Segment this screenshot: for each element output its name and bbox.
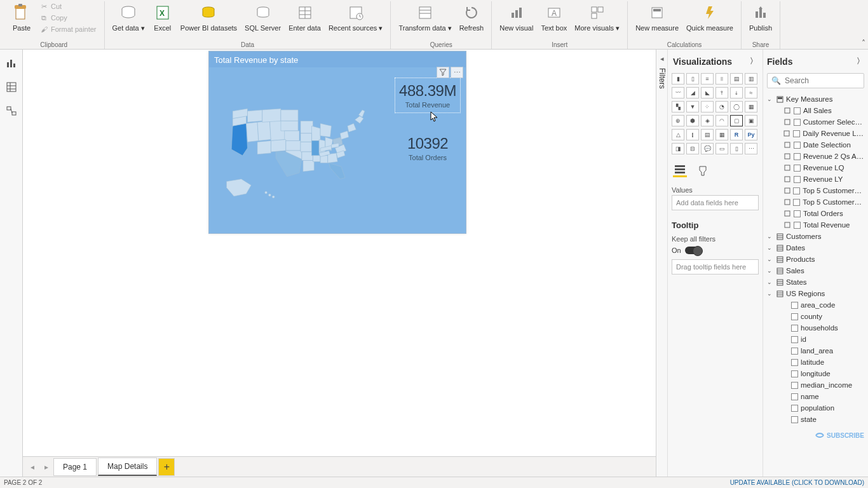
viz-100-bar-icon[interactable]: ▤ — [730, 73, 743, 85]
map-visual-container[interactable]: Total Revenue by state ⋯ — [208, 51, 466, 234]
viz-treemap-icon[interactable]: ▦ — [745, 101, 757, 112]
viz-narrative-icon[interactable]: ▭ — [715, 143, 728, 154]
report-view-button[interactable] — [3, 55, 20, 71]
ribbon-collapse-button[interactable]: ˄ — [862, 39, 865, 48]
viz-map-icon[interactable]: ⊕ — [672, 115, 684, 126]
update-available-link[interactable]: UPDATE AVAILABLE (CLICK TO DOWNLOAD) — [730, 479, 864, 486]
excel-button[interactable]: XExcel — [150, 1, 175, 33]
viz-paginated-icon[interactable]: ▯ — [730, 143, 743, 154]
viz-stacked-area-icon[interactable]: ◣ — [701, 87, 714, 98]
viz-key-influencers-icon[interactable]: ◨ — [672, 143, 684, 154]
table-customers[interactable]: ⌄Customers — [766, 231, 865, 242]
publish-button[interactable]: Publish — [747, 1, 775, 33]
viz-slicer-icon[interactable]: ⫿ — [686, 129, 699, 140]
col-latitude[interactable]: latitude — [766, 356, 865, 368]
enter-data-button[interactable]: Enter data — [286, 1, 323, 33]
viz-more-icon[interactable]: ⋯ — [745, 143, 757, 154]
viz-pie-icon[interactable]: ◔ — [715, 101, 728, 112]
data-view-button[interactable] — [3, 79, 20, 95]
new-visual-button[interactable]: New visual — [497, 1, 536, 33]
measure-8[interactable]: Top 5 Customers ... — [766, 196, 865, 208]
viz-python-icon[interactable]: Py — [745, 129, 757, 140]
viz-matrix-icon[interactable]: ▦ — [715, 129, 728, 140]
col-households[interactable]: households — [766, 322, 865, 334]
measure-9[interactable]: Total Orders — [766, 208, 865, 219]
viz-r-icon[interactable]: R — [730, 129, 743, 140]
text-box-button[interactable]: AText box — [538, 1, 569, 33]
table-us-regions[interactable]: ⌄US Regions — [766, 288, 865, 299]
recent-sources-button[interactable]: Recent sources ▾ — [326, 1, 386, 33]
get-data-button[interactable]: Get data ▾ — [110, 1, 147, 33]
keep-filters-toggle[interactable] — [685, 247, 702, 254]
viz-clustered-column-icon[interactable]: ⫴ — [715, 73, 728, 85]
viz-clustered-bar-icon[interactable]: ≡ — [701, 73, 714, 85]
col-id[interactable]: id — [766, 334, 865, 345]
col-area_code[interactable]: area_code — [766, 299, 865, 311]
viz-shape-map-icon[interactable]: ◈ — [701, 115, 714, 126]
more-visuals-button[interactable]: More visuals ▾ — [572, 1, 622, 33]
filters-panel-collapsed[interactable]: ◂ Filters — [656, 50, 667, 477]
transform-data-button[interactable]: Transform data ▾ — [396, 1, 454, 33]
orders-card[interactable]: 10392 Total Orders — [395, 131, 461, 165]
measure-10[interactable]: Total Revenue — [766, 219, 865, 231]
measure-2[interactable]: Daily Revenue Lo... — [766, 128, 865, 139]
report-canvas[interactable]: Total Revenue by state ⋯ — [23, 50, 656, 456]
viz-collapse-button[interactable]: 〉 — [750, 56, 757, 67]
col-longitude[interactable]: longitude — [766, 368, 865, 379]
table-products[interactable]: ⌄Products — [766, 254, 865, 265]
measure-5[interactable]: Revenue LQ — [766, 162, 865, 173]
viz-funnel-icon[interactable]: ▼ — [686, 101, 699, 112]
viz-stacked-bar-icon[interactable]: ▮ — [672, 73, 684, 85]
tab-map-details[interactable]: Map Details — [98, 458, 157, 476]
refresh-button[interactable]: Refresh — [457, 1, 487, 33]
fields-search[interactable]: 🔍 — [767, 73, 864, 88]
col-population[interactable]: population — [766, 402, 865, 414]
viz-stacked-column-icon[interactable]: ▯ — [686, 73, 699, 85]
format-painter-button[interactable]: 🖌Format painter — [37, 24, 99, 34]
viz-table-icon[interactable]: ▤ — [701, 129, 714, 140]
col-median_income[interactable]: median_income — [766, 379, 865, 391]
quick-measure-button[interactable]: Quick measure — [684, 1, 736, 33]
viz-ribbon-icon[interactable]: ≈ — [745, 87, 757, 98]
measure-3[interactable]: Date Selection — [766, 139, 865, 151]
tab-page-1[interactable]: Page 1 — [53, 458, 97, 476]
measure-4[interactable]: Revenue 2 Qs Ago — [766, 151, 865, 162]
measure-0[interactable]: All Sales — [766, 105, 865, 116]
viz-waterfall-icon[interactable]: ▚ — [672, 101, 684, 112]
viz-area-icon[interactable]: ◢ — [686, 87, 699, 98]
visual-filter-icon[interactable] — [437, 67, 449, 78]
paste-button[interactable]: Paste — [9, 1, 34, 33]
revenue-card[interactable]: 488.39M Total Revenue — [395, 78, 461, 113]
viz-line-column-icon[interactable]: ⫯ — [715, 87, 728, 98]
viz-kpi-icon[interactable]: △ — [672, 129, 684, 140]
col-county[interactable]: county — [766, 311, 865, 322]
fields-search-input[interactable] — [785, 76, 860, 85]
table-sales[interactable]: ⌄Sales — [766, 265, 865, 276]
viz-multi-card-icon[interactable]: ▣ — [745, 115, 757, 126]
viz-scatter-icon[interactable]: ⁘ — [701, 101, 714, 112]
model-view-button[interactable] — [3, 103, 20, 119]
tab-prev-button[interactable]: ◂ — [25, 460, 39, 474]
paint-format-button[interactable] — [696, 165, 710, 177]
fields-format-button[interactable] — [673, 165, 687, 177]
col-state[interactable]: state — [766, 414, 865, 425]
viz-100-column-icon[interactable]: ▥ — [745, 73, 757, 85]
cut-button[interactable]: ✂Cut — [37, 1, 99, 11]
visual-options-icon[interactable]: ⋯ — [451, 67, 463, 78]
viz-card-icon[interactable]: ▢ — [730, 115, 743, 126]
pbi-datasets-button[interactable]: Power BI datasets — [178, 1, 240, 33]
tab-next-button[interactable]: ▸ — [39, 460, 53, 474]
tooltip-well[interactable]: Drag tooltip fields here — [672, 259, 759, 274]
viz-decomp-tree-icon[interactable]: ⊟ — [686, 143, 699, 154]
fields-collapse-button[interactable]: 〉 — [857, 56, 864, 67]
viz-donut-icon[interactable]: ◯ — [730, 101, 743, 112]
table-dates[interactable]: ⌄Dates — [766, 242, 865, 254]
viz-qa-icon[interactable]: 💬 — [701, 143, 714, 154]
viz-line-clustered-icon[interactable]: ⫰ — [730, 87, 743, 98]
table-key-measures[interactable]: ⌄Key Measures — [766, 93, 865, 105]
sql-server-button[interactable]: SQL Server — [242, 1, 283, 33]
col-name[interactable]: name — [766, 391, 865, 402]
new-measure-button[interactable]: New measure — [633, 1, 681, 33]
col-land_area[interactable]: land_area — [766, 345, 865, 356]
viz-line-icon[interactable]: 〰 — [672, 87, 684, 98]
